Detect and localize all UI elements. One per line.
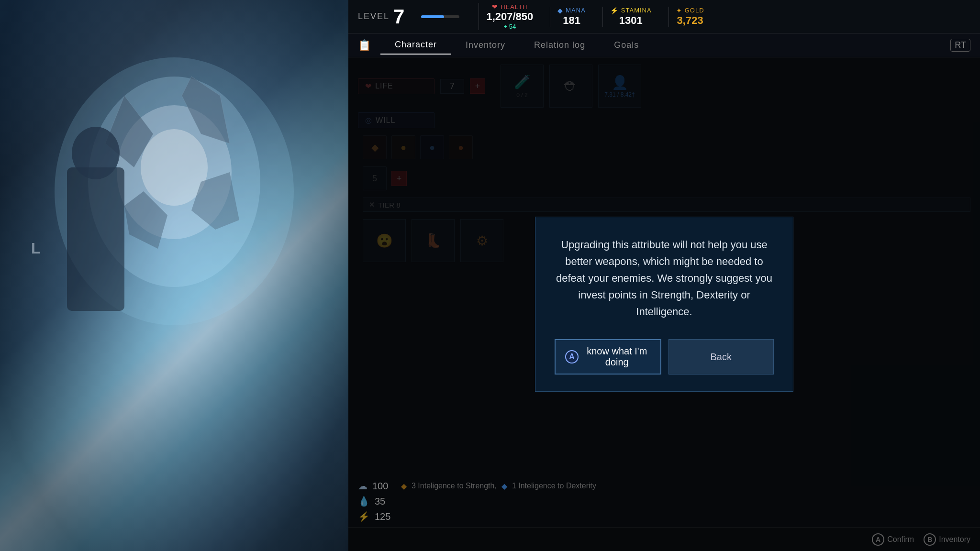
mana-stat: ◆ MANA 181 xyxy=(550,7,593,27)
back-button[interactable]: Back xyxy=(668,339,774,375)
ui-panel: LEVEL 7 ❤ HEALTH 1,207/850 + 54 ◆ MANA 1… xyxy=(348,0,980,551)
health-stat: ❤ HEALTH 1,207/850 + 54 xyxy=(479,3,540,30)
gold-stat: ✦ GOLD 3,723 xyxy=(668,7,712,27)
a-button-icon: A xyxy=(565,350,579,364)
health-icon: ❤ xyxy=(492,3,498,11)
dialog-buttons: A know what I'm doing Back xyxy=(555,339,774,375)
gold-label: GOLD xyxy=(685,7,704,14)
level-label: LEVEL xyxy=(358,11,390,22)
nav-tabs: 📋 Character Inventory Relation log Goals… xyxy=(348,33,980,57)
game-scene: L xyxy=(0,0,348,551)
back-label: Back xyxy=(711,352,732,362)
health-plus: + 54 xyxy=(504,23,516,30)
confirm-button[interactable]: A know what I'm doing xyxy=(555,339,661,375)
mana-icon: ◆ xyxy=(557,7,563,14)
tab-goals[interactable]: Goals xyxy=(600,36,653,54)
journal-icon: 📋 xyxy=(358,39,371,52)
gold-icon: ✦ xyxy=(676,7,682,14)
dialog-box: Upgrading this attribute will not help y… xyxy=(535,217,793,392)
tab-character[interactable]: Character xyxy=(380,36,451,55)
dialog-overlay: Upgrading this attribute will not help y… xyxy=(348,57,980,551)
stamina-icon: ⚡ xyxy=(610,7,619,14)
gold-header: ✦ GOLD xyxy=(676,7,704,14)
confirm-label: know what I'm doing xyxy=(583,346,651,368)
svg-rect-8 xyxy=(67,167,124,311)
xp-bar xyxy=(421,15,459,18)
tab-inventory[interactable]: Inventory xyxy=(451,36,520,54)
level-block: LEVEL 7 xyxy=(358,7,404,27)
health-value: 1,207/850 xyxy=(486,11,533,23)
rt-button[interactable]: RT xyxy=(950,39,970,52)
stamina-label: STAMINA xyxy=(621,7,652,14)
header: LEVEL 7 ❤ HEALTH 1,207/850 + 54 ◆ MANA 1… xyxy=(348,0,980,33)
svg-text:L: L xyxy=(31,240,41,257)
level-number: 7 xyxy=(393,7,404,27)
dialog-message: Upgrading this attribute will not help y… xyxy=(555,236,774,320)
svg-point-9 xyxy=(72,127,120,179)
mana-header: ◆ MANA xyxy=(557,7,586,14)
gold-value: 3,723 xyxy=(677,14,703,27)
xp-bar-fill xyxy=(421,15,444,18)
health-header: ❤ HEALTH xyxy=(492,3,527,11)
mana-label: MANA xyxy=(566,7,586,14)
health-label: HEALTH xyxy=(501,3,527,11)
stamina-header: ⚡ STAMINA xyxy=(610,7,652,14)
stamina-value: 1301 xyxy=(619,14,643,27)
mana-value: 181 xyxy=(563,14,580,27)
tab-relation-log[interactable]: Relation log xyxy=(520,36,600,54)
stamina-stat: ⚡ STAMINA 1301 xyxy=(602,7,659,27)
